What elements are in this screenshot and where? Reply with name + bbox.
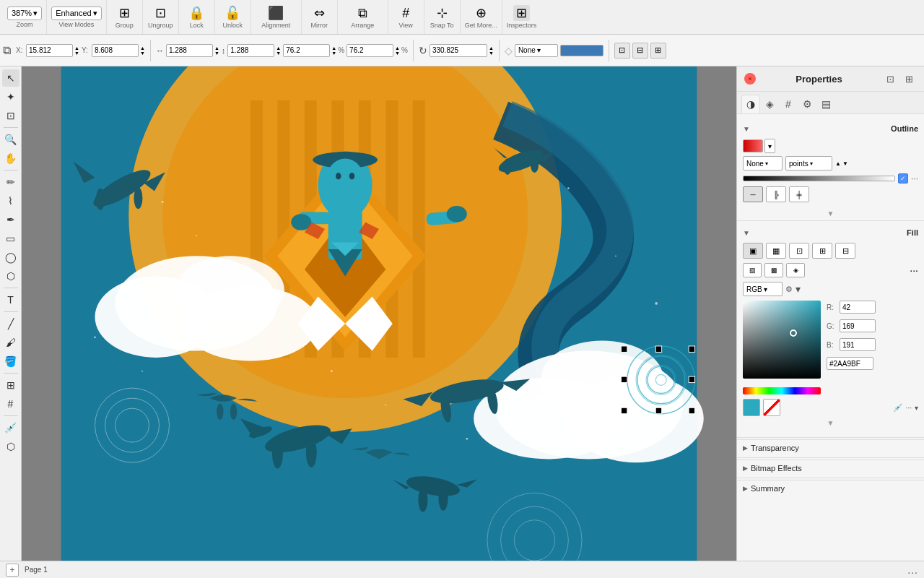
color-options-button[interactable]: ▾ — [796, 283, 801, 295]
fill-tool[interactable]: 🪣 — [2, 353, 19, 370]
text-tool[interactable]: T — [2, 291, 19, 309]
outline-slider[interactable] — [743, 176, 895, 181]
group-button[interactable]: ⊞ — [116, 5, 133, 21]
view-button[interactable]: # — [399, 5, 412, 21]
ungroup-button[interactable]: ⊡ — [152, 5, 169, 21]
hex-input[interactable]: #2AA9BF — [827, 357, 873, 370]
tab-grid[interactable]: # — [779, 95, 798, 113]
mask-btn[interactable]: ⊟ — [632, 43, 648, 59]
add-page-button[interactable]: + — [6, 564, 19, 577]
zoom-tool[interactable]: 🔍 — [2, 131, 19, 148]
fill-more-options[interactable]: ··· — [906, 404, 912, 412]
eyedropper-button[interactable]: 💉 — [893, 403, 903, 413]
select-tool[interactable]: ↖ — [2, 69, 19, 87]
bitmap-effects-section[interactable]: ▶ Bitmap Effects — [737, 460, 924, 476]
fill-section-header[interactable]: ▼ Fill — [743, 225, 918, 240]
fill-type-linear[interactable]: ▦ — [766, 243, 786, 259]
inspectors-button[interactable]: ⊞ — [513, 5, 530, 21]
paint-tool[interactable]: 🖌 — [2, 334, 19, 351]
flood-tool[interactable]: ⬡ — [2, 438, 19, 455]
fill-type-bitmap[interactable]: ⊞ — [812, 243, 832, 259]
outline-color-swatch[interactable] — [743, 139, 763, 152]
h2-stepper[interactable]: ▲▼ — [395, 46, 400, 56]
current-fill-swatch[interactable] — [743, 399, 760, 416]
color-swatch-bar[interactable] — [560, 45, 603, 56]
panel-close-button[interactable]: × — [744, 73, 756, 85]
x-stepper[interactable]: ▲ ▼ — [74, 46, 79, 56]
width-input[interactable]: 1.288 — [166, 44, 213, 57]
transform-btn[interactable]: ⊡ — [614, 43, 630, 59]
outline-visible-checkbox[interactable]: ✓ — [898, 173, 908, 184]
b-input[interactable]: 191 — [840, 338, 876, 351]
no-fill-swatch[interactable] — [763, 399, 780, 416]
outline-section-header[interactable]: ▼ Outline — [743, 121, 918, 136]
outline-color-dropdown[interactable]: ▾ — [764, 139, 775, 153]
fill-more-button[interactable]: ··· — [910, 264, 918, 276]
transparency-section[interactable]: ▶ Transparency — [737, 439, 924, 456]
mirror-button[interactable]: ⇔ — [311, 5, 328, 21]
outline-style-3[interactable]: ╪ — [789, 186, 809, 202]
canvas-area[interactable] — [22, 66, 736, 561]
transform-tool[interactable]: ⊞ — [2, 376, 19, 394]
brush-tool[interactable]: ⌇ — [2, 192, 19, 210]
fill-type-solid[interactable]: ▣ — [743, 243, 763, 259]
rotation-input[interactable]: 330.825 — [430, 44, 487, 57]
color-settings-gear[interactable]: ⚙ — [785, 285, 793, 294]
w2-stepper[interactable]: ▲▼ — [331, 46, 336, 56]
color-picker-handle[interactable] — [790, 329, 797, 337]
view-modes-dropdown[interactable]: Enhanced ▾ — [51, 7, 102, 20]
pen-tool[interactable]: ✏ — [2, 173, 19, 191]
outline-points-dropdown[interactable]: points ▾ — [785, 156, 832, 171]
node-tool[interactable]: ✦ — [2, 88, 19, 105]
polygon-tool[interactable]: ⬡ — [2, 267, 19, 285]
outline-none-dropdown[interactable]: None ▾ — [743, 156, 783, 171]
panel-expand-button[interactable]: ⊡ — [882, 71, 898, 87]
tab-more[interactable]: ▤ — [816, 95, 835, 113]
alignment-button[interactable]: ⬛ — [265, 5, 287, 21]
arrange-button[interactable]: ⧉ — [355, 5, 370, 21]
outline-style-2[interactable]: ╠ — [766, 186, 786, 202]
fill-type-radial[interactable]: ⊡ — [789, 243, 809, 259]
shape-tool[interactable]: ▭ — [2, 230, 19, 247]
fill-mode-2[interactable]: ▩ — [764, 263, 783, 277]
fill-extra-arrow[interactable]: ▾ — [915, 404, 918, 412]
panel-settings-button[interactable]: ⊞ — [901, 71, 917, 87]
get-more-button[interactable]: ⊕ — [473, 5, 489, 21]
eyedropper-tool[interactable]: 💉 — [2, 419, 19, 436]
height-input[interactable]: 1.288 — [227, 44, 274, 57]
tab-settings[interactable]: ⚙ — [798, 95, 816, 113]
tab-fx[interactable]: ◈ — [760, 95, 779, 113]
line-tool[interactable]: ╱ — [2, 315, 19, 332]
w2-input[interactable]: 76.2 — [283, 44, 330, 57]
pixel-tool[interactable]: # — [2, 395, 19, 413]
x-input[interactable]: 15.812 — [26, 44, 73, 57]
outline-up[interactable]: ▲ — [835, 160, 841, 167]
crop-tool[interactable]: ⊡ — [2, 107, 19, 124]
fill-mode-1[interactable]: ▨ — [743, 263, 762, 277]
snap-to-button[interactable]: ⊹ — [434, 5, 450, 21]
rotation-stepper[interactable]: ▲▼ — [489, 46, 494, 56]
y-input[interactable]: 8.608 — [92, 44, 139, 57]
unlock-button[interactable]: 🔓 — [222, 5, 243, 21]
fill-type-more[interactable]: ⊟ — [835, 243, 855, 259]
hue-slider[interactable] — [743, 387, 821, 394]
outline-down[interactable]: ▼ — [842, 160, 848, 167]
tab-appearance[interactable]: ◑ — [741, 95, 760, 113]
color-picker-gradient[interactable] — [743, 301, 821, 379]
height-stepper[interactable]: ▲▼ — [276, 46, 281, 56]
outline-style-1[interactable]: ─ — [743, 186, 763, 202]
width-stepper[interactable]: ▲▼ — [214, 46, 219, 56]
view-tool[interactable]: ✋ — [2, 150, 19, 167]
pencil-tool[interactable]: ✒ — [2, 211, 19, 228]
ellipse-tool[interactable]: ◯ — [2, 249, 19, 266]
zoom-dropdown[interactable]: 387% ▾ — [7, 7, 42, 20]
r-input[interactable]: 42 — [840, 301, 876, 314]
bottom-more-button[interactable]: ... — [907, 564, 918, 576]
fill-type-dropdown[interactable]: None ▾ — [515, 44, 558, 57]
color-model-dropdown[interactable]: RGB ▾ — [743, 282, 783, 296]
summary-section[interactable]: ▶ Summary — [737, 480, 924, 496]
h2-input[interactable]: 76.2 — [346, 44, 393, 57]
y-stepper[interactable]: ▲ ▼ — [140, 46, 145, 56]
g-input[interactable]: 169 — [840, 319, 876, 332]
outline-more-button[interactable]: ··· — [911, 173, 918, 184]
